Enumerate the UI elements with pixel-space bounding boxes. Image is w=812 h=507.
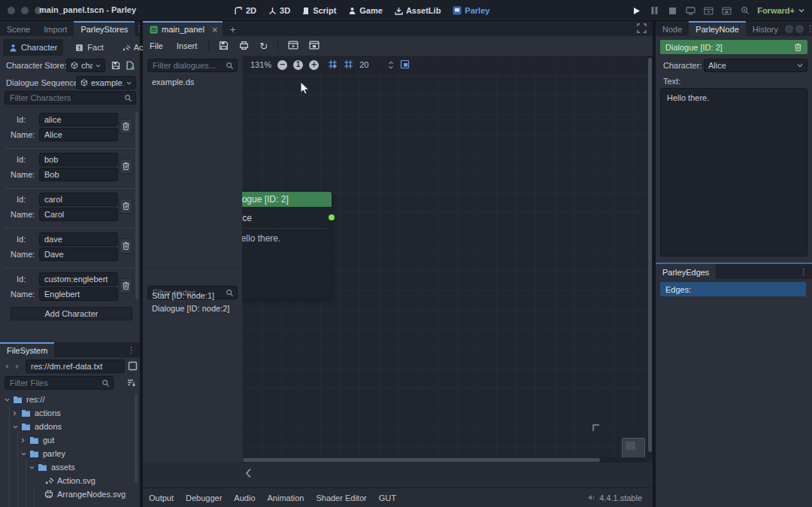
tab-parleynode[interactable]: ParleyNode (689, 21, 745, 36)
insert-menu[interactable]: Insert (170, 41, 205, 50)
graph-minimap[interactable] (622, 438, 645, 458)
fs-split-button[interactable] (128, 361, 138, 372)
bottom-tab-audio[interactable]: Audio (228, 493, 261, 502)
bottom-tab-output[interactable]: Output (143, 493, 180, 502)
minimap-toggle-button[interactable] (400, 59, 410, 71)
character-name-input[interactable] (39, 247, 118, 261)
snap-step-spinner[interactable] (388, 61, 394, 69)
character-id-input[interactable] (39, 272, 118, 286)
fs-path-field[interactable]: res://dm.ref-data.txt (26, 360, 125, 373)
zoom-out-button[interactable]: − (277, 60, 287, 70)
delete-character-button[interactable] (120, 119, 132, 134)
edges-header[interactable]: Edges: (660, 282, 806, 296)
filesystem-menu-icon[interactable]: ⋮ (127, 345, 140, 355)
file-tree-scrollbar[interactable] (135, 394, 138, 483)
new-store-button[interactable] (123, 59, 136, 72)
test-dialogue-button[interactable] (283, 41, 304, 51)
window-close-button[interactable] (8, 7, 15, 14)
delete-character-button[interactable] (120, 199, 132, 214)
dialogue-sequence-select[interactable]: example. (76, 76, 136, 90)
history-back-icon[interactable]: ‹ (785, 25, 793, 33)
save-store-button[interactable] (109, 59, 122, 72)
delete-character-button[interactable] (120, 159, 132, 174)
character-store-select[interactable]: cha (66, 59, 105, 72)
store-tab-fact[interactable]: Fact (69, 39, 109, 56)
refresh-button[interactable]: ↻ (254, 41, 273, 51)
bottom-tab-gut[interactable]: GUT (373, 493, 402, 502)
save-dialogue-button[interactable] (214, 41, 234, 52)
node-list-item[interactable]: Dialogue [ID: node:2] (152, 304, 229, 313)
fs-sort-button[interactable] (126, 378, 136, 389)
snap-toggle-button[interactable] (328, 59, 338, 71)
zoom-reset-button[interactable]: 1 (293, 60, 303, 70)
node-list-item[interactable]: Start [ID: node:1] (152, 291, 214, 300)
bottom-tab-shader-editor[interactable]: Shader Editor (310, 493, 372, 502)
file-menu[interactable]: File (143, 41, 170, 50)
v-scrollbar-thumb[interactable] (648, 58, 652, 452)
tab-scene[interactable]: Scene (0, 21, 37, 36)
character-field-select[interactable]: Alice (704, 59, 807, 72)
dialogue-list-item[interactable]: example.ds (152, 77, 194, 87)
stop-button[interactable] (667, 5, 678, 17)
bottom-tab-animation[interactable]: Animation (262, 493, 311, 502)
test-dialogue-from-button[interactable] (304, 41, 325, 51)
menu-parley[interactable]: Parley (453, 6, 489, 15)
window-minimize-button[interactable] (21, 7, 29, 14)
add-character-button[interactable]: Add Character (11, 307, 132, 320)
history-forward-icon[interactable]: › (795, 25, 804, 33)
delete-character-button[interactable] (120, 238, 132, 254)
character-id-input[interactable] (39, 153, 118, 166)
grid-toggle-button[interactable] (344, 59, 353, 71)
character-name-input[interactable] (39, 128, 118, 141)
filter-characters-input[interactable] (5, 91, 136, 105)
h-scrollbar-thumb[interactable] (243, 458, 600, 462)
fs-forward-icon[interactable]: › (15, 360, 19, 372)
trash-icon[interactable] (794, 43, 802, 52)
characters-scrollbar[interactable] (135, 111, 138, 299)
delete-character-button[interactable] (120, 278, 132, 293)
menu-game[interactable]: Game (348, 6, 383, 15)
movie-maker-button[interactable] (703, 5, 714, 17)
menu-3d[interactable]: 3D (268, 6, 290, 15)
character-name-input[interactable] (39, 287, 118, 301)
menu-2d[interactable]: 2D (235, 6, 256, 15)
character-id-input[interactable] (39, 232, 118, 246)
tab-import[interactable]: Import (37, 21, 74, 36)
store-tab-character[interactable]: Character (3, 39, 63, 56)
tree-item-gut[interactable]: gut (21, 433, 54, 447)
profiler-button[interactable] (739, 5, 750, 17)
tree-item-addons[interactable]: addons (13, 420, 62, 433)
distraction-free-button[interactable] (637, 23, 653, 35)
tab-node[interactable]: Node (656, 21, 689, 36)
renderer-select[interactable]: Forward+ (757, 6, 804, 15)
parleyedges-menu-icon[interactable]: ⋮ (799, 267, 812, 277)
graph-canvas[interactable]: 131% − 1 + 20 Dialogue [ID: 2] Alice (242, 56, 653, 463)
inspector-menu-icon[interactable]: ⋮ (806, 24, 812, 34)
tree-item-assets[interactable]: assets (29, 460, 75, 474)
tab-parleyedges[interactable]: ParleyEdges (656, 264, 716, 279)
fs-back-icon[interactable]: ‹ (5, 360, 9, 372)
arrange-nodes-button[interactable] (234, 41, 254, 52)
tree-item-parley[interactable]: parley (21, 447, 65, 460)
character-id-input[interactable] (39, 193, 118, 206)
tree-item-arrangenodes-svg[interactable]: ArrangeNodes.svg (38, 487, 126, 501)
remote-debug-button[interactable] (685, 5, 696, 17)
tab-main-panel[interactable]: main_panel × (143, 21, 223, 36)
menu-assetlib[interactable]: AssetLib (395, 6, 441, 15)
filter-files-input[interactable] (5, 376, 114, 390)
tree-item-actions[interactable]: actions (13, 406, 61, 420)
tab-filesystem[interactable]: FileSystem (0, 342, 54, 357)
tree-item-res-root[interactable]: res:// (5, 393, 44, 406)
character-name-input[interactable] (39, 168, 118, 181)
text-field-textarea[interactable]: Hello there. (660, 88, 807, 257)
filter-dialogues-input[interactable] (147, 59, 238, 72)
play-button[interactable] (631, 5, 642, 17)
bottom-tab-debugger[interactable]: Debugger (180, 493, 228, 502)
character-name-input[interactable] (39, 208, 118, 221)
new-tab-button[interactable]: + (223, 21, 243, 36)
close-tab-icon[interactable]: × (211, 25, 218, 35)
menu-script[interactable]: Script (302, 6, 336, 15)
tree-item-action-svg[interactable]: Action.svg (38, 474, 95, 487)
pause-button[interactable] (649, 5, 660, 17)
tab-history[interactable]: History (746, 21, 785, 36)
